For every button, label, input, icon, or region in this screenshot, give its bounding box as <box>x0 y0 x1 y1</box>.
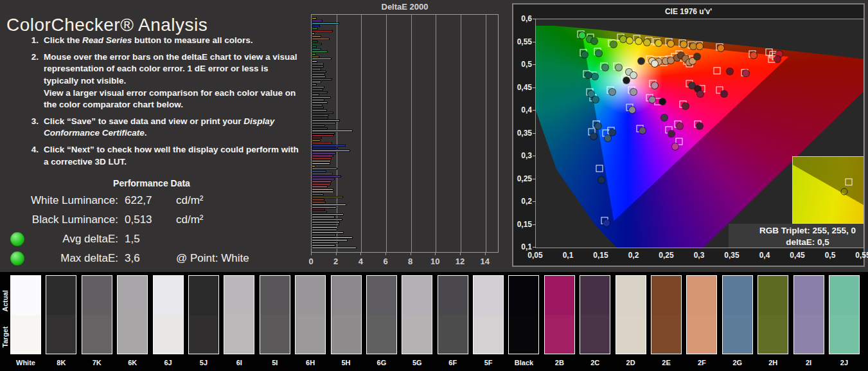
deltae-error-bar[interactable] <box>312 68 321 70</box>
deltae-error-bar[interactable] <box>312 209 325 211</box>
deltae-error-bar[interactable] <box>312 204 346 206</box>
deltae-error-bar[interactable] <box>312 244 335 246</box>
deltae-error-bar[interactable] <box>312 76 326 78</box>
deltae-error-bar[interactable] <box>312 176 341 177</box>
deltae-error-bar[interactable] <box>312 99 324 101</box>
deltae-error-bar[interactable] <box>312 234 336 236</box>
deltae-error-bar[interactable] <box>312 48 321 50</box>
deltae-error-bar[interactable] <box>312 186 328 188</box>
comparator-patch-6G[interactable] <box>366 275 397 354</box>
deltae-error-bar[interactable] <box>312 58 332 60</box>
deltae-error-bar[interactable] <box>312 247 357 249</box>
deltae-error-bar[interactable] <box>312 152 336 154</box>
deltae-error-bar[interactable] <box>312 181 332 183</box>
deltae-error-bar[interactable] <box>312 188 333 190</box>
deltae-error-bar[interactable] <box>312 109 327 111</box>
deltae-error-bar[interactable] <box>312 196 343 198</box>
deltae-error-bar[interactable] <box>312 170 326 172</box>
deltae-error-bar[interactable] <box>312 41 318 42</box>
comparator-patch-8K[interactable] <box>46 275 76 354</box>
deltae-error-bar[interactable] <box>312 231 344 233</box>
deltae-error-bar[interactable] <box>312 122 336 124</box>
deltae-error-bar[interactable] <box>312 63 324 65</box>
deltae-error-bar[interactable] <box>312 130 353 132</box>
deltae-error-bar[interactable] <box>312 173 333 175</box>
comparator-patch-5F[interactable] <box>473 275 504 354</box>
deltae-error-bar[interactable] <box>312 73 325 75</box>
deltae-error-bar[interactable] <box>312 194 324 195</box>
comparator-patch-5G[interactable] <box>402 275 432 354</box>
deltae-error-bar[interactable] <box>312 104 323 106</box>
deltae-error-bar[interactable] <box>312 60 317 62</box>
deltae-error-bar[interactable] <box>312 242 339 244</box>
deltae-error-bar[interactable] <box>312 132 335 134</box>
deltae-error-bar[interactable] <box>312 168 337 170</box>
deltae-error-bar[interactable] <box>312 71 326 73</box>
comparator-patch-2I[interactable] <box>793 275 824 354</box>
comparator-patch-2F[interactable] <box>686 275 717 354</box>
deltae-error-bar[interactable] <box>312 221 340 223</box>
deltae-error-bar[interactable] <box>312 229 337 231</box>
deltae-error-bar[interactable] <box>312 38 330 40</box>
deltae-error-bar[interactable] <box>312 226 338 228</box>
deltae-error-bar[interactable] <box>312 25 320 27</box>
deltae-error-bar[interactable] <box>312 94 319 96</box>
deltae-error-bar[interactable] <box>312 163 330 165</box>
deltae-error-bar[interactable] <box>312 145 346 147</box>
deltae-error-bar[interactable] <box>312 20 323 22</box>
deltae-error-bar[interactable] <box>312 53 316 55</box>
deltae-error-bar[interactable] <box>312 213 344 215</box>
deltae-error-bar[interactable] <box>312 78 332 80</box>
deltae-error-bar[interactable] <box>312 114 329 116</box>
comparator-patch-2E[interactable] <box>651 275 682 354</box>
deltae-error-bar[interactable] <box>312 35 321 37</box>
deltae-error-bar[interactable] <box>312 134 334 136</box>
deltae-error-bar[interactable] <box>312 140 321 141</box>
comparator-patch-6F[interactable] <box>438 275 468 354</box>
deltae-error-bar[interactable] <box>312 150 350 152</box>
deltae-error-bar[interactable] <box>312 86 324 88</box>
comparator-patch-5I[interactable] <box>260 275 290 354</box>
comparator-patch-5J[interactable] <box>188 275 219 354</box>
deltae-error-bar[interactable] <box>312 127 328 129</box>
comparator-patch-White[interactable] <box>10 275 41 354</box>
deltae-error-bar[interactable] <box>312 155 333 157</box>
deltae-error-bar[interactable] <box>312 191 334 193</box>
deltae-error-bar[interactable] <box>312 46 317 48</box>
deltae-error-bar[interactable] <box>312 165 315 167</box>
deltae-error-bar[interactable] <box>312 120 340 122</box>
deltae-error-bar[interactable] <box>312 160 331 162</box>
deltae-error-bar[interactable] <box>312 147 338 149</box>
deltae-error-bar[interactable] <box>312 158 332 159</box>
comparator-patch-5H[interactable] <box>331 275 362 354</box>
deltae-error-bar[interactable] <box>312 66 324 68</box>
deltae-error-bar[interactable] <box>312 201 326 203</box>
deltae-error-bar[interactable] <box>312 102 328 104</box>
deltae-error-bar[interactable] <box>312 237 353 239</box>
deltae-error-bar[interactable] <box>312 43 322 45</box>
deltae-error-bar[interactable] <box>312 96 331 98</box>
deltae-error-bar[interactable] <box>312 239 348 241</box>
deltae-error-bar[interactable] <box>312 219 342 221</box>
deltae-error-bar[interactable] <box>312 81 321 83</box>
deltae-error-bar[interactable] <box>312 51 328 53</box>
deltae-error-bar[interactable] <box>312 28 318 30</box>
deltae-error-bar[interactable] <box>312 56 319 58</box>
comparator-patch-Black[interactable] <box>508 275 539 354</box>
deltae-error-bar[interactable] <box>312 216 335 218</box>
deltae-error-bar[interactable] <box>312 206 337 208</box>
comparator-patch-7K[interactable] <box>82 275 112 354</box>
comparator-patch-2H[interactable] <box>757 275 788 354</box>
comparator-patch-6K[interactable] <box>117 275 148 354</box>
comparator-patch-6I[interactable] <box>224 275 254 354</box>
deltae-error-bar[interactable] <box>312 30 333 32</box>
comparator-patch-2J[interactable] <box>829 275 860 354</box>
deltae-error-bar[interactable] <box>312 17 317 19</box>
comparator-patch-6J[interactable] <box>153 275 184 354</box>
deltae-error-bar[interactable] <box>312 112 333 114</box>
deltae-error-bar[interactable] <box>312 89 323 91</box>
deltae-error-bar[interactable] <box>312 183 331 185</box>
deltae-error-bar[interactable] <box>312 199 324 201</box>
deltae-error-bar[interactable] <box>312 91 328 93</box>
deltae-error-bar[interactable] <box>312 142 332 144</box>
